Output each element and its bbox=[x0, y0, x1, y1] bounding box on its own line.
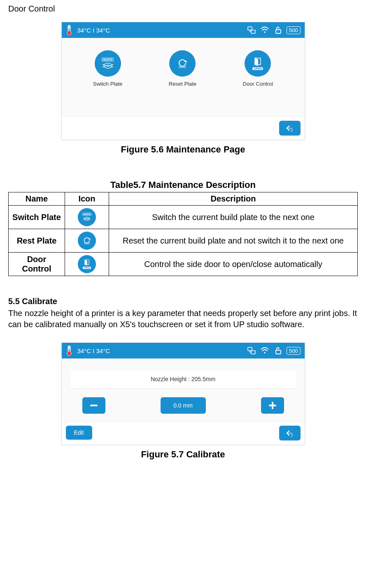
material-badge: 500 bbox=[287, 26, 301, 34]
status-temperature: 34°C I 34°C bbox=[77, 27, 110, 34]
reset-plate-tile[interactable]: Reset Plate bbox=[169, 50, 196, 87]
svg-rect-8 bbox=[276, 30, 281, 33]
svg-rect-21 bbox=[251, 351, 255, 354]
svg-rect-4 bbox=[251, 30, 255, 33]
svg-rect-28 bbox=[269, 405, 276, 406]
maintenance-screenshot: 34°C I 34°C 500 AUTO Switch Plate bbox=[61, 22, 305, 140]
svg-rect-14 bbox=[84, 243, 90, 244]
figure-5-6-caption: Figure 5.6 Maintenance Page bbox=[8, 144, 358, 155]
switch-plate-icon: AUTO bbox=[95, 50, 121, 77]
status-bar: 34°C I 34°C 500 bbox=[62, 22, 305, 38]
thermometer-icon bbox=[66, 345, 72, 356]
nozzle-height-display: Nozzle Height : 205.5mm bbox=[70, 370, 296, 388]
status-bar: 34°C I 34°C 500 bbox=[62, 343, 305, 358]
svg-point-7 bbox=[264, 31, 266, 33]
svg-rect-26 bbox=[90, 405, 98, 406]
svg-rect-25 bbox=[276, 350, 281, 354]
status-temperature: 34°C I 34°C bbox=[77, 347, 110, 354]
reset-plate-label: Reset Plate bbox=[169, 81, 196, 87]
edit-button[interactable]: Edit bbox=[66, 426, 92, 440]
reset-plate-mini-icon bbox=[78, 232, 96, 250]
svg-rect-19 bbox=[69, 349, 70, 354]
reset-plate-icon bbox=[169, 50, 196, 77]
row-name: Switch Plate bbox=[9, 206, 65, 229]
increase-button[interactable] bbox=[261, 397, 284, 414]
col-icon-header: Icon bbox=[65, 192, 109, 206]
switch-plate-mini-icon: AUTO bbox=[78, 208, 96, 226]
top-section-label: Door Control bbox=[8, 4, 358, 14]
door-control-label: Door Control bbox=[243, 81, 273, 87]
row-desc: Switch the current build plate to the ne… bbox=[109, 206, 358, 229]
calibrate-body-text: The nozzle height of a printer is a key … bbox=[8, 308, 358, 330]
door-control-mini-icon: OPEN bbox=[78, 255, 96, 273]
figure-5-7-caption: Figure 5.7 Calibrate bbox=[8, 449, 358, 460]
back-button[interactable] bbox=[279, 121, 301, 136]
connection-icon bbox=[247, 26, 256, 35]
wifi-icon bbox=[260, 26, 269, 35]
decrease-button[interactable] bbox=[82, 397, 105, 414]
wifi-icon bbox=[260, 346, 269, 355]
row-name: Rest Plate bbox=[9, 229, 65, 253]
col-desc-header: Description bbox=[109, 192, 358, 206]
lock-icon bbox=[273, 26, 282, 35]
table-row: Rest Plate Reset the current build plate… bbox=[9, 229, 358, 253]
row-icon-cell: AUTO bbox=[65, 206, 109, 229]
connection-icon bbox=[247, 346, 256, 355]
door-control-tile[interactable]: OPEN Door Control bbox=[243, 50, 273, 87]
table-row: Door Control OPEN Control the side door … bbox=[9, 253, 358, 276]
offset-value-button[interactable]: 0.0 mm bbox=[161, 397, 206, 414]
maintenance-description-table: Name Icon Description Switch Plate AUTO … bbox=[8, 192, 358, 276]
row-name: Door Control bbox=[9, 253, 65, 276]
svg-marker-16 bbox=[85, 260, 87, 265]
thermometer-icon bbox=[66, 25, 72, 35]
lock-icon bbox=[273, 346, 282, 355]
svg-point-24 bbox=[264, 352, 266, 354]
material-badge: 500 bbox=[287, 347, 301, 355]
col-name-header: Name bbox=[9, 192, 65, 206]
row-desc: Reset the current build plate and not sw… bbox=[109, 229, 358, 253]
svg-marker-12 bbox=[255, 58, 258, 66]
calibrate-screenshot: 34°C I 34°C 500 Nozzle Height : 205.5mm … bbox=[61, 342, 305, 445]
row-desc: Control the side door to open/close auto… bbox=[109, 253, 358, 276]
table-5-7-caption: Table5.7 Maintenance Description bbox=[8, 180, 358, 190]
svg-rect-20 bbox=[248, 347, 252, 351]
svg-rect-3 bbox=[248, 27, 252, 30]
calibrate-heading: 5.5 Calibrate bbox=[8, 297, 358, 306]
switch-plate-tile[interactable]: AUTO Switch Plate bbox=[93, 50, 123, 87]
table-row: Switch Plate AUTO Switch the current bui… bbox=[9, 206, 358, 229]
svg-rect-10 bbox=[179, 66, 186, 68]
back-button[interactable] bbox=[279, 426, 301, 440]
switch-plate-label: Switch Plate bbox=[93, 81, 123, 87]
row-icon-cell: OPEN bbox=[65, 253, 109, 276]
door-control-icon: OPEN bbox=[245, 50, 271, 77]
row-icon-cell bbox=[65, 229, 109, 253]
svg-rect-2 bbox=[69, 29, 70, 33]
